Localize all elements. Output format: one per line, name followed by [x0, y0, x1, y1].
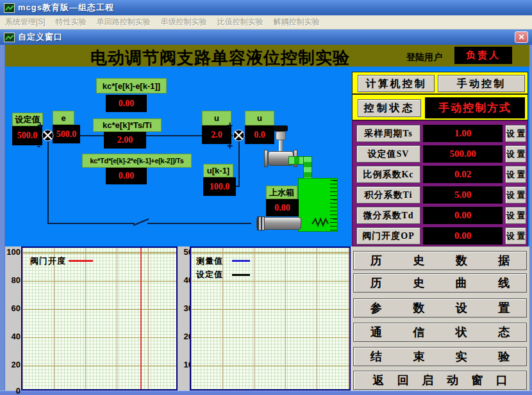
wire-feedback-vertical: [47, 141, 49, 223]
menu-system-manage[interactable]: 系统管理[S]: [5, 17, 46, 28]
window-frame-bottom: [0, 391, 532, 395]
legend-line-setpoint: [232, 274, 250, 276]
param-label-ti: 积分系数Ti: [356, 186, 420, 204]
param-row-ti: 积分系数Ti 5.00 设 置: [353, 186, 529, 204]
manual-control-button[interactable]: 手动控制: [438, 75, 525, 92]
i-term-value: 2.00: [104, 132, 146, 149]
set-button-op[interactable]: 设 置: [505, 227, 526, 245]
junction2-plus-bottom-sign: +: [227, 142, 233, 150]
p-term-value: 0.00: [106, 95, 147, 112]
legend-valve-opening: 阀门开度: [30, 255, 66, 267]
custom-window-title-bar: 自定义窗口 ✕: [0, 29, 532, 45]
param-value-ti: 5.00: [423, 186, 503, 204]
left-ytick-60: 60: [6, 303, 21, 313]
page-title: 电动调节阀支路单容液位控制实验: [90, 47, 350, 69]
menu-decoupling-exp[interactable]: 解耦控制实验: [274, 17, 320, 28]
trend-charts-area: 100 80 60 40 20 0 阀门开度 50 40 30 20 10 测量…: [5, 246, 351, 391]
pipe-vertical: [303, 156, 312, 179]
pid-flow-diagram: kc*[e[k]-e[k-1]] 0.00 kc*e[k]*Ts/Ti 2.00…: [5, 67, 351, 246]
uprev-value: 100.0: [203, 177, 236, 196]
custom-window-logo-icon: [4, 33, 15, 42]
tank-outlet-spring: [312, 215, 332, 228]
param-value-td: 0.00: [423, 207, 503, 224]
comm-status-button[interactable]: 通 信 状 态: [353, 323, 527, 342]
left-ytick-80: 80: [6, 275, 21, 285]
history-curve-button[interactable]: 历 史 曲 线: [353, 273, 527, 293]
end-experiment-button[interactable]: 结 束 实 验: [353, 347, 527, 366]
p-term-formula: kc*[e[k]-e[k-1]]: [96, 78, 167, 93]
param-label-op: 阀门开度OP: [356, 227, 420, 245]
set-button-kc[interactable]: 设 置: [505, 166, 526, 183]
login-user-label: 登陆用户: [406, 52, 442, 63]
mcgs-application-window: mcgs教育版—组态工程 系统管理[S] 特性实验 单回路控制实验 串级控制实验…: [0, 0, 532, 395]
error-value: 500.0: [53, 125, 80, 143]
d-term-formula: kc*Td*[e[k]-2*e[k-1]+e[k-2]]/Ts: [82, 154, 192, 168]
close-icon[interactable]: ✕: [515, 31, 528, 43]
history-data-button[interactable]: 历 史 数 据: [353, 251, 527, 270]
param-row-td: 微分系数Td 0.00 设 置: [353, 207, 529, 224]
param-value-kc: 0.02: [423, 166, 503, 183]
pid-parameter-grid: 采样周期Ts 1.00 设 置 设定值SV 500.00 设 置 比例系数Kc …: [352, 120, 528, 246]
param-label-td: 微分系数Td: [356, 207, 420, 224]
login-user-value: 负责人: [454, 47, 512, 64]
menu-single-loop-exp[interactable]: 单回路控制实验: [97, 17, 151, 28]
mode-selector-panel: 计算机控制 手动控制: [352, 72, 528, 94]
mcgs-logo-icon: [4, 3, 15, 13]
legend-measured-value: 测量值: [196, 255, 223, 267]
menu-characteristic-exp[interactable]: 特性实验: [56, 17, 87, 28]
junction2-plus-top-sign: +: [227, 122, 233, 129]
wire-integral-u: [146, 135, 203, 136]
d-term-value: 0.00: [106, 168, 147, 184]
left-ytick-100: 100: [6, 247, 21, 257]
junction1-minus-sign: -: [37, 142, 40, 150]
left-ytick-0: 0: [6, 386, 21, 395]
param-label-ts: 采样周期Ts: [356, 125, 420, 142]
custom-window-title: 自定义窗口: [18, 31, 63, 43]
wire-uprev-vertical: [238, 141, 240, 186]
set-button-ts[interactable]: 设 置: [505, 125, 526, 142]
navigation-button-stack: 历 史 数 据 历 史 曲 线 参 数 设 置 通 信 状 态 结 束 实 验 …: [351, 246, 529, 391]
control-panel: 计算机控制 手动控制 控制状态 手动控制方式 采样周期Ts 1.00 设 置 设…: [351, 67, 529, 391]
control-status-button[interactable]: 控制状态: [358, 99, 421, 117]
legend-line-valve-opening: [69, 260, 93, 262]
param-value-sv: 500.00: [423, 145, 503, 163]
param-value-ts: 1.00: [423, 125, 503, 142]
summing-junction-2: [233, 129, 245, 141]
experiment-header: 电动调节阀支路单容液位控制实验 登陆用户 负责人: [5, 45, 529, 67]
param-row-sv: 设定值SV 500.00 设 置: [353, 145, 529, 163]
set-button-sv[interactable]: 设 置: [505, 145, 526, 163]
param-value-op: 0.00: [423, 227, 503, 245]
parameter-set-button[interactable]: 参 数 设 置: [353, 298, 527, 318]
valve-actuator-cap: [274, 125, 288, 131]
u2-value: 0.0: [245, 125, 274, 144]
window-frame-left: [0, 45, 5, 395]
param-row-op: 阀门开度OP 0.00 设 置: [353, 227, 529, 245]
left-ytick-40: 40: [6, 332, 21, 341]
menu-bar: 系统管理[S] 特性实验 单回路控制实验 串级控制实验 比值控制实验 解耦控制实…: [0, 15, 532, 29]
legend-line-measured: [232, 260, 250, 262]
menu-cascade-exp[interactable]: 串级控制实验: [161, 17, 207, 28]
set-button-td[interactable]: 设 置: [505, 207, 526, 224]
wire-feedback-horizontal-1: [47, 223, 135, 224]
control-status-value: 手动控制方式: [425, 97, 525, 118]
param-row-ts: 采样周期Ts 1.00 设 置: [353, 125, 529, 142]
feedback-switch: [132, 216, 151, 227]
param-row-kc: 比例系数Kc 0.02 设 置: [353, 166, 529, 183]
window-frame-right: [529, 45, 532, 395]
left-ytick-20: 20: [6, 360, 21, 369]
valve-actuator: [276, 131, 286, 140]
wire-feedback-horizontal-2: [147, 223, 251, 224]
junction1-plus-sign: +: [37, 122, 43, 129]
tank-label: 上水箱: [266, 186, 297, 199]
control-status-panel: 控制状态 手动控制方式: [352, 94, 528, 120]
window-title: mcgs教育版—组态工程: [18, 2, 114, 13]
computer-control-button[interactable]: 计算机控制: [358, 75, 435, 92]
level-trend-plot: 测量值 设定值: [190, 246, 351, 391]
error-label: e: [53, 111, 74, 125]
set-button-ti[interactable]: 设 置: [505, 186, 526, 204]
menu-ratio-exp[interactable]: 比值控制实验: [217, 17, 263, 28]
level-sensor: [256, 217, 301, 230]
legend-setpoint-value: 设定值: [196, 269, 223, 280]
return-start-window-button[interactable]: 返 回 启 动 窗 口: [353, 371, 527, 390]
summing-junction-1: [42, 129, 54, 141]
